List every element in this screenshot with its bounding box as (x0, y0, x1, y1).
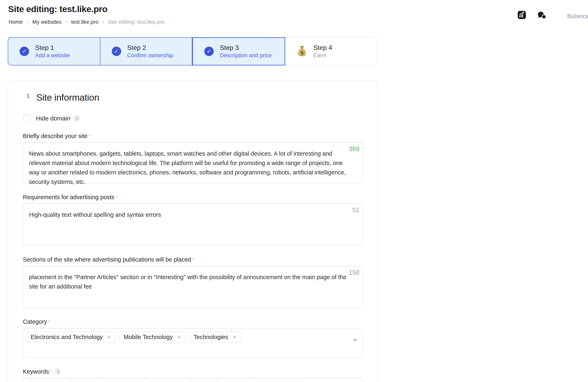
step-subtitle: Confirm ownership (127, 52, 173, 59)
requirements-textarea[interactable]: High-quality text without spelling and s… (23, 203, 363, 246)
chevron-down-icon[interactable] (353, 339, 357, 341)
field-ad-sections: Sections of the site where advertising p… (23, 256, 363, 308)
category-tag: Mobile Technology × (119, 331, 185, 343)
page-title: Site editing: test.like.pro (8, 4, 107, 14)
step-1-add-website[interactable]: ✓ Step 1 Add a website (8, 37, 100, 66)
field-requirements: Requirements for advertising posts * Hig… (23, 194, 363, 246)
field-keywords: Keywords * i android × (23, 368, 363, 382)
field-label: Category (23, 318, 47, 325)
info-icon[interactable]: i (55, 368, 61, 375)
required-mark: * (48, 320, 49, 324)
describe-site-value: News about smartphones, gadgets, tablets… (29, 150, 346, 185)
breadcrumb-separator (102, 21, 104, 23)
check-icon: ✓ (204, 47, 214, 56)
section-header: 1 Site information (27, 92, 377, 103)
tag-label: Electronics and Technology (31, 334, 103, 340)
chat-icon[interactable] (537, 11, 547, 21)
hide-domain-checkbox[interactable] (23, 115, 31, 122)
step-title: Step 1 (35, 44, 70, 51)
step-subtitle: Description and price (220, 52, 272, 59)
analytics-icon[interactable] (518, 11, 526, 19)
breadcrumb-site[interactable]: test.like.pro (71, 19, 98, 25)
breadcrumb-current: Site editing: test.like.pro (108, 19, 164, 25)
step-4-earn[interactable]: $ Step 4 Earn! (285, 37, 377, 66)
site-information-card: 1 Site information Hide domain i Briefly… (8, 81, 378, 382)
breadcrumb-separator (27, 21, 28, 23)
char-counter: 369 (349, 144, 359, 154)
ad-sections-value: placement in the "Partner Articles" sect… (29, 274, 346, 290)
site-editing-page: Site editing: test.like.pro Home My webs… (0, 0, 588, 382)
category-tag: Technologies × (189, 331, 241, 343)
category-tags: Electronics and Technology × Mobile Tech… (26, 331, 360, 343)
required-mark: * (89, 134, 90, 138)
step-title: Step 3 (220, 44, 272, 51)
info-icon[interactable]: i (74, 115, 80, 122)
required-mark: * (50, 370, 51, 374)
balance-link[interactable]: Balance (567, 13, 588, 20)
breadcrumb: Home My websites test.like.pro Site edit… (9, 19, 164, 25)
field-label: Briefly describe your site (23, 133, 87, 139)
keywords-multiselect[interactable]: android × apple × samsung × (23, 378, 363, 382)
char-counter: 51 (353, 205, 359, 215)
tag-close-icon[interactable]: × (107, 334, 111, 340)
step-3-description-price[interactable]: ✓ Step 3 Description and price (192, 37, 285, 66)
field-label: Sections of the site where advertising p… (23, 256, 191, 263)
category-multiselect[interactable]: Electronics and Technology × Mobile Tech… (23, 328, 363, 358)
form-fields: Briefly describe your site * News about … (23, 133, 363, 382)
requirements-value: High-quality text without spelling and s… (29, 211, 161, 218)
char-counter: 150 (349, 268, 359, 277)
check-icon: ✓ (20, 47, 29, 56)
hide-domain-label: Hide domain (36, 115, 70, 122)
step-wizard: ✓ Step 1 Add a website ✓ Step 2 Confirm … (8, 37, 377, 66)
money-bag-icon: $ (297, 45, 307, 57)
step-subtitle: Earn! (314, 52, 332, 59)
tag-close-icon[interactable]: × (177, 334, 181, 340)
section-number: 1 (27, 93, 30, 99)
category-tag: Electronics and Technology × (26, 331, 115, 343)
breadcrumb-separator (65, 21, 67, 23)
describe-site-textarea[interactable]: News about smartphones, gadgets, tablets… (23, 142, 363, 183)
hide-domain-row: Hide domain i (23, 115, 377, 122)
field-describe-site: Briefly describe your site * News about … (23, 133, 363, 183)
field-label: Keywords (23, 368, 49, 375)
section-title: Site information (36, 92, 99, 103)
step-title: Step 2 (127, 44, 173, 51)
field-label: Requirements for advertising posts (23, 194, 114, 201)
tag-close-icon[interactable]: × (233, 334, 237, 340)
required-mark: * (192, 258, 194, 262)
ad-sections-textarea[interactable]: placement in the "Partner Articles" sect… (23, 266, 363, 308)
check-icon: ✓ (112, 47, 121, 56)
step-subtitle: Add a website (35, 52, 70, 59)
tag-label: Mobile Technology (124, 334, 173, 340)
field-category: Category * Electronics and Technology × (23, 318, 363, 358)
required-mark: * (116, 196, 117, 199)
breadcrumb-home[interactable]: Home (9, 19, 23, 25)
svg-text:$: $ (300, 49, 304, 56)
tag-label: Technologies (194, 334, 228, 340)
step-2-confirm-ownership[interactable]: ✓ Step 2 Confirm ownership (100, 37, 192, 66)
breadcrumb-my-websites[interactable]: My websites (32, 19, 62, 25)
step-title: Step 4 (314, 44, 332, 51)
